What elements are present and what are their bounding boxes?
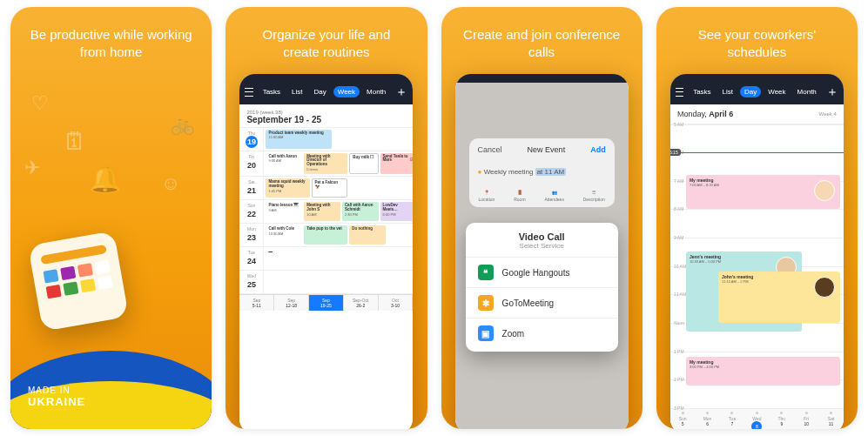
- calendar-icon: 🗓: [63, 127, 87, 156]
- toolbar-room[interactable]: 🚪Room: [514, 190, 525, 202]
- plane-icon: ✈: [24, 157, 40, 179]
- bell-icon: 🔔: [89, 164, 121, 194]
- day-label[interactable]: Tue24: [239, 247, 264, 270]
- hour-label: 3 PM: [674, 406, 684, 411]
- modal-title: Video Call: [466, 231, 618, 242]
- calendar-event[interactable]: My meeting7:00 AM – 8:20 AM: [686, 175, 840, 209]
- hour-label: 2 PM: [674, 377, 684, 382]
- menu-icon[interactable]: [676, 88, 683, 97]
- top-nav: TasksListDayWeekMonth ＋: [670, 83, 844, 104]
- video-call-modal: Video Call Select Service ❝Google Hangou…: [466, 223, 618, 352]
- calendar-event[interactable]: Do nothing: [349, 225, 386, 245]
- day-header: Monday, April 6 Week 4: [670, 104, 844, 124]
- hour-label: 10 AM: [674, 264, 686, 269]
- heart-icon: ♡: [31, 92, 49, 115]
- week-view: 2019 (week 38) September 19 - 25 Thu19Pr…: [239, 104, 413, 430]
- hour-label: 9 AM: [674, 235, 683, 240]
- day-label[interactable]: Mon23: [239, 224, 264, 246]
- day-label[interactable]: Thu19: [239, 128, 264, 151]
- week-selector[interactable]: Sep5-11Sep12-18Sep19-25Sep-Oct26-2Oct3-1…: [239, 294, 413, 311]
- hour-label: 5 AM: [674, 122, 683, 127]
- day-tab[interactable]: Fri10: [794, 409, 818, 429]
- calendar-event[interactable]: Pet a Falcon 🦅: [312, 178, 348, 198]
- calendar-event[interactable]: Meeting with Director of Operations5 ite…: [304, 153, 347, 174]
- toolbar-description[interactable]: ☰Description: [583, 190, 605, 202]
- time-grid[interactable]: 5 AM6 AM7 AM8 AM9 AM10 AM11 AMNoon1 PM2 …: [670, 124, 844, 409]
- day-label[interactable]: Sat21: [239, 177, 264, 199]
- view-tab-list[interactable]: List: [287, 86, 306, 97]
- hour-label: 7 AM: [674, 178, 683, 184]
- week-tab[interactable]: Oct3-10: [379, 295, 414, 311]
- calendar-event[interactable]: Product team weekly meeting11:00 AM: [266, 130, 331, 149]
- week-header: 2019 (week 38) September 19 - 25: [239, 104, 413, 128]
- hour-label: Noon: [674, 320, 684, 325]
- day-label[interactable]: Wed25: [239, 271, 264, 293]
- menu-icon[interactable]: [245, 88, 252, 97]
- made-in-label: MADE IN UKRAINE: [28, 386, 85, 408]
- promo-panel-3: Create and join conference calls Cancel …: [441, 7, 643, 429]
- calendar-event[interactable]: John's meeting11:15 AM – 2 PM: [718, 272, 840, 323]
- calendar-event[interactable]: LowDev Meets…6:00 PM: [380, 202, 414, 221]
- hour-label: 8 AM: [674, 206, 683, 211]
- calendar-event[interactable]: Call with Aaron9:30 AM: [266, 153, 302, 174]
- smile-icon: ☺: [161, 172, 180, 195]
- headline: Organize your life and create routines: [225, 7, 427, 74]
- view-tab-day[interactable]: Day: [310, 86, 331, 97]
- view-tab-month[interactable]: Month: [793, 86, 821, 97]
- day-label[interactable]: Sun22: [239, 200, 264, 223]
- sheet-title: New Event: [528, 145, 566, 154]
- calendar-event[interactable]: Piano lesson 🎹9 AM: [266, 202, 302, 221]
- day-tab[interactable]: Mon6: [695, 409, 719, 429]
- headline: See your coworkers' schedules: [656, 7, 858, 74]
- bike-icon: 🚲: [171, 113, 194, 136]
- new-event-sheet: Cancel New Event Add ● Weekly meeting at…: [469, 138, 615, 207]
- day-tab[interactable]: Thu9: [770, 409, 794, 429]
- calendar-event[interactable]: Call with Aaron Schmidt2:30 PM: [342, 202, 379, 221]
- service-option-gotomeeting[interactable]: ✱GoToMeeting: [466, 287, 618, 318]
- day-label[interactable]: Fri20: [239, 151, 264, 176]
- toolbar-location[interactable]: 📍Location: [479, 190, 495, 202]
- view-tab-tasks[interactable]: Tasks: [259, 86, 285, 97]
- day-tab[interactable]: Tue7: [720, 409, 744, 429]
- add-button[interactable]: ＋: [395, 84, 407, 100]
- day-tab[interactable]: Sun5: [670, 409, 695, 429]
- phone-mockup: Cancel New Event Add ● Weekly meeting at…: [455, 74, 629, 430]
- current-time-indicator: 6:15: [670, 149, 681, 156]
- add-button[interactable]: ＋: [826, 84, 838, 100]
- hour-label: 11 AM: [674, 292, 686, 297]
- avatar: [814, 277, 835, 298]
- week-tab[interactable]: Sep12-18: [274, 295, 309, 311]
- view-tab-week[interactable]: Week: [764, 86, 790, 97]
- calendar-event[interactable]: —: [266, 249, 324, 268]
- service-option-google-hangouts[interactable]: ❝Google Hangouts: [466, 257, 618, 287]
- calendar-event[interactable]: Send Tesla to Mars ☑: [380, 153, 414, 174]
- week-tab[interactable]: Sep-Oct26-2: [344, 295, 379, 311]
- calendar-event[interactable]: Call with Cole10:30 AM: [266, 225, 302, 245]
- app-icon: [28, 231, 129, 332]
- view-tab-week[interactable]: Week: [333, 86, 360, 97]
- view-tab-list[interactable]: List: [718, 86, 737, 97]
- calendar-event[interactable]: My meeting3:00 PM – 4:00 PM: [686, 357, 840, 386]
- promo-panel-4: See your coworkers' schedules TasksListD…: [656, 7, 858, 429]
- calendar-event[interactable]: Mama squid weekly meeting1:45 PM: [266, 178, 309, 198]
- hour-label: 1 PM: [674, 349, 684, 354]
- view-tab-month[interactable]: Month: [362, 86, 390, 97]
- week-tab[interactable]: Sep19-25: [309, 295, 344, 311]
- headline: Create and join conference calls: [441, 7, 643, 74]
- toolbar-attendees[interactable]: 👥Attendees: [544, 190, 564, 202]
- week-tab[interactable]: Sep5-11: [239, 295, 274, 311]
- view-tab-day[interactable]: Day: [740, 86, 761, 97]
- add-button[interactable]: Add: [590, 145, 606, 154]
- day-tab[interactable]: Wed8: [744, 409, 769, 429]
- event-input-text[interactable]: ● Weekly meeting at 11 AM: [478, 168, 606, 176]
- cancel-button[interactable]: Cancel: [478, 145, 502, 154]
- day-selector[interactable]: Sun5Mon6Tue7Wed8Thu9Fri10Sat11: [670, 408, 844, 429]
- calendar-event[interactable]: Buy milk ☐: [349, 153, 378, 174]
- view-tab-tasks[interactable]: Tasks: [689, 86, 715, 97]
- service-option-zoom[interactable]: ▣Zoom: [466, 318, 618, 348]
- calendar-event[interactable]: Meeting with John S10 AM: [304, 202, 340, 221]
- phone-mockup: TasksListDayWeekMonth ＋ Monday, April 6 …: [670, 74, 844, 430]
- day-tab[interactable]: Sat11: [818, 409, 843, 429]
- calendar-event[interactable]: Take pup to the vet: [304, 225, 347, 245]
- modal-subtitle: Select Service: [466, 242, 618, 250]
